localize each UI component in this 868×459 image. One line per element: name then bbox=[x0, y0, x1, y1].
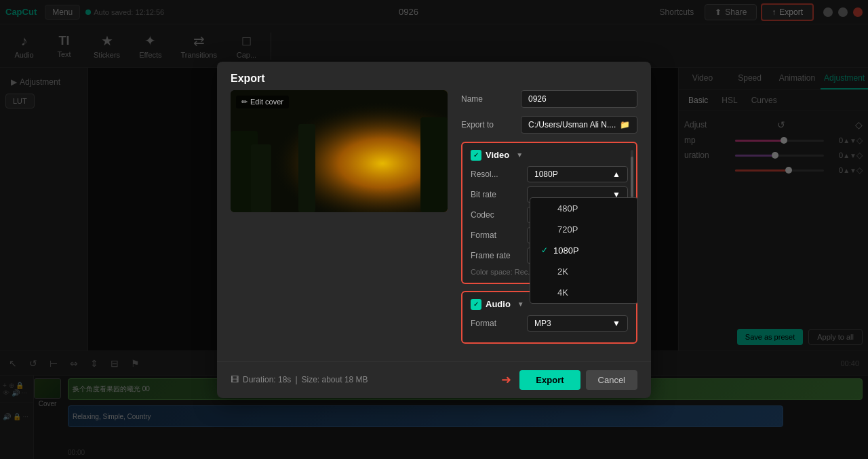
video-collapse-icon[interactable]: ▼ bbox=[516, 151, 523, 159]
dialog-footer: 🎞 Duration: 18s | Size: about 18 MB ➜ Ex… bbox=[217, 361, 651, 398]
video-section-title: Video bbox=[486, 150, 509, 160]
audio-format-select[interactable]: MP3 ▼ bbox=[527, 315, 628, 332]
dialog-settings: Name Export to C:/Users/Usman Ali N.... … bbox=[461, 90, 637, 351]
separator: | bbox=[295, 375, 297, 384]
resolution-dropdown: 1080P ▲ 480P 7 bbox=[527, 166, 628, 182]
audio-section-title: Audio bbox=[486, 299, 511, 309]
audio-format-value: MP3 bbox=[534, 319, 551, 328]
cancel-dialog-button[interactable]: Cancel bbox=[586, 370, 637, 390]
audio-format-label: Format bbox=[471, 319, 521, 328]
preview-image: ✏ Edit cover bbox=[231, 90, 448, 212]
scrollbar-thumb[interactable] bbox=[631, 157, 633, 197]
export-to-label: Export to bbox=[461, 120, 515, 129]
export-to-row: Export to C:/Users/Usman Ali N.... 📁 bbox=[461, 116, 637, 134]
audio-format-dropdown: MP3 ▼ bbox=[527, 315, 628, 332]
bitrate-label: Bit rate bbox=[471, 190, 521, 199]
export-path[interactable]: C:/Users/Usman Ali N.... 📁 bbox=[521, 116, 637, 134]
audio-format-arrow: ▼ bbox=[612, 319, 620, 328]
audio-format-row: Format MP3 ▼ bbox=[471, 315, 628, 332]
name-label: Name bbox=[461, 94, 515, 104]
video-section-header: ✓ Video ▼ bbox=[471, 150, 628, 161]
edit-cover-button[interactable]: ✏ Edit cover bbox=[236, 96, 289, 108]
dialog-preview: ✏ Edit cover bbox=[231, 90, 448, 351]
export-dialog: Export bbox=[217, 62, 651, 398]
codec-label: Codec bbox=[471, 210, 521, 220]
option-label-1080p: 1080P bbox=[553, 245, 579, 256]
dialog-body: ✏ Edit cover Name Export to C:/Users/Usm… bbox=[217, 90, 651, 361]
edit-icon: ✏ bbox=[241, 98, 248, 106]
resolution-label: Resol... bbox=[471, 169, 521, 179]
svg-rect-5 bbox=[298, 124, 315, 212]
audio-checkbox[interactable]: ✓ bbox=[471, 299, 481, 310]
option-720p[interactable]: 720P bbox=[530, 219, 637, 240]
option-480p[interactable]: 480P bbox=[530, 198, 637, 219]
option-label-4k: 4K bbox=[557, 287, 568, 298]
export-dialog-button[interactable]: Export bbox=[519, 370, 580, 390]
option-4k[interactable]: 4K bbox=[530, 282, 637, 303]
svg-rect-3 bbox=[420, 117, 448, 212]
arrow-indicator: ➜ bbox=[501, 372, 511, 387]
audio-collapse-icon[interactable]: ▼ bbox=[517, 300, 524, 308]
option-1080p[interactable]: ✓ 1080P bbox=[530, 240, 637, 261]
svg-rect-4 bbox=[251, 144, 271, 212]
option-2k[interactable]: 2K bbox=[530, 261, 637, 282]
resolution-dropdown-menu: 480P 720P ✓ 1080P bbox=[530, 197, 638, 304]
option-label-2k: 2K bbox=[557, 266, 568, 277]
video-checkbox[interactable]: ✓ bbox=[471, 150, 481, 161]
option-check-1080p: ✓ bbox=[541, 245, 548, 255]
export-path-text: C:/Users/Usman Ali N.... bbox=[528, 120, 616, 129]
footer-buttons: ➜ Export Cancel bbox=[501, 370, 637, 390]
resolution-row: Resol... 1080P ▲ 480P bbox=[471, 166, 628, 182]
option-label-720p: 720P bbox=[557, 224, 578, 235]
video-section: ✓ Video ▼ Resol... 1080P ▲ bbox=[461, 142, 637, 284]
name-input[interactable] bbox=[521, 90, 637, 108]
format-label: Format bbox=[471, 231, 521, 240]
dialog-title: Export bbox=[217, 62, 651, 90]
resolution-value: 1080P bbox=[534, 169, 558, 179]
film-icon: 🎞 bbox=[231, 375, 239, 384]
dialog-overlay: Export bbox=[0, 0, 868, 459]
name-row: Name bbox=[461, 90, 637, 108]
option-label-480p: 480P bbox=[557, 203, 578, 214]
folder-icon: 📁 bbox=[620, 120, 630, 129]
edit-cover-label: Edit cover bbox=[250, 98, 283, 106]
duration-text: Duration: 18s bbox=[243, 375, 291, 384]
footer-info: 🎞 Duration: 18s | Size: about 18 MB bbox=[231, 375, 368, 384]
framerate-label: Frame rate bbox=[471, 251, 521, 260]
dropdown-arrow: ▲ bbox=[612, 169, 620, 179]
size-text: Size: about 18 MB bbox=[302, 375, 368, 384]
resolution-select[interactable]: 1080P ▲ bbox=[527, 166, 628, 182]
